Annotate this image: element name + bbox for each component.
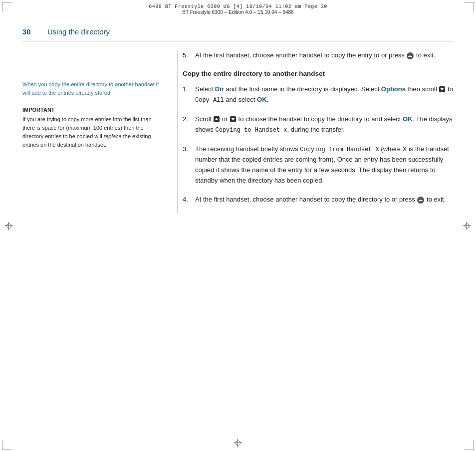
step-2: 2. Scroll or to choose the handset to co…	[183, 114, 454, 135]
left-column: When you copy the entire directory to an…	[22, 50, 177, 214]
step-1-num: 1.	[183, 84, 193, 105]
copy-all-text: Copy All	[195, 97, 224, 104]
step-3: 3. The receiving handset briefly shows C…	[183, 144, 454, 186]
heading-rule	[22, 41, 454, 41]
step-5-body: At the first handset, choose another han…	[195, 50, 454, 61]
reg-mark-right	[463, 222, 471, 230]
right-column: 5. At the first handset, choose another …	[178, 50, 454, 214]
section-heading: Copy the entire directory to another han…	[183, 70, 454, 77]
step-5-num: 5.	[183, 50, 193, 61]
keyword-ok-1: OK	[257, 96, 267, 103]
step-3-body: The receiving handset briefly shows Copy…	[195, 144, 454, 186]
important-label: IMPORTANT	[22, 107, 162, 113]
scroll-up-icon	[213, 116, 220, 123]
keyword-dir: Dir	[215, 85, 224, 93]
scroll-down-icon-2	[230, 116, 237, 123]
end-call-icon	[406, 52, 414, 60]
keyword-ok-2: OK	[403, 115, 413, 123]
chapter-title: Using the directory	[47, 27, 110, 36]
copy-directory-note: When you copy the entire directory to an…	[22, 80, 162, 97]
step-1-body: Select Dir and the first name in the dir…	[195, 84, 454, 105]
page-header: 6488 BT Freestyle 6300 UG [4] 18/10/04 1…	[0, 4, 476, 15]
two-col-layout: When you copy the entire directory to an…	[22, 50, 454, 214]
step-4: 4. At the first handset, choose another …	[183, 195, 454, 205]
step-4-num: 4.	[183, 195, 193, 205]
copying-from-handset-text: Copying from Handset X	[300, 146, 379, 153]
chapter-heading: 30 Using the directory	[22, 27, 454, 36]
page-container: 6488 BT Freestyle 6300 UG [4] 18/10/04 1…	[0, 0, 476, 452]
step-2-num: 2.	[183, 114, 193, 135]
keyword-options: Options	[381, 85, 406, 93]
important-body: If you are trying to copy more entries i…	[22, 115, 162, 149]
step-4-body: At the first handset, choose another han…	[195, 195, 454, 205]
reg-mark-left	[5, 222, 13, 230]
step-3-num: 3.	[183, 144, 193, 186]
corner-mark-br	[464, 440, 474, 450]
important-block: IMPORTANT If you are trying to copy more…	[22, 107, 162, 149]
copying-to-handset-text: Copying to Handset x	[215, 127, 287, 134]
reg-mark-bottom	[234, 439, 242, 447]
page-content: 30 Using the directory When you copy the…	[22, 27, 454, 430]
end-call-icon-2	[417, 196, 425, 204]
step-2-body: Scroll or to choose the handset to copy …	[195, 114, 454, 135]
corner-mark-bl	[2, 440, 12, 450]
step-5: 5. At the first handset, choose another …	[183, 50, 454, 61]
header-line2: BT Freestyle 6300 – Edition 4.0 – 15.10.…	[182, 9, 293, 15]
header-line1: 6488 BT Freestyle 6300 UG [4] 18/10/04 1…	[149, 4, 327, 9]
scroll-down-icon	[439, 86, 446, 93]
step-1: 1. Select Dir and the first name in the …	[183, 84, 454, 105]
page-number: 30	[22, 27, 37, 36]
